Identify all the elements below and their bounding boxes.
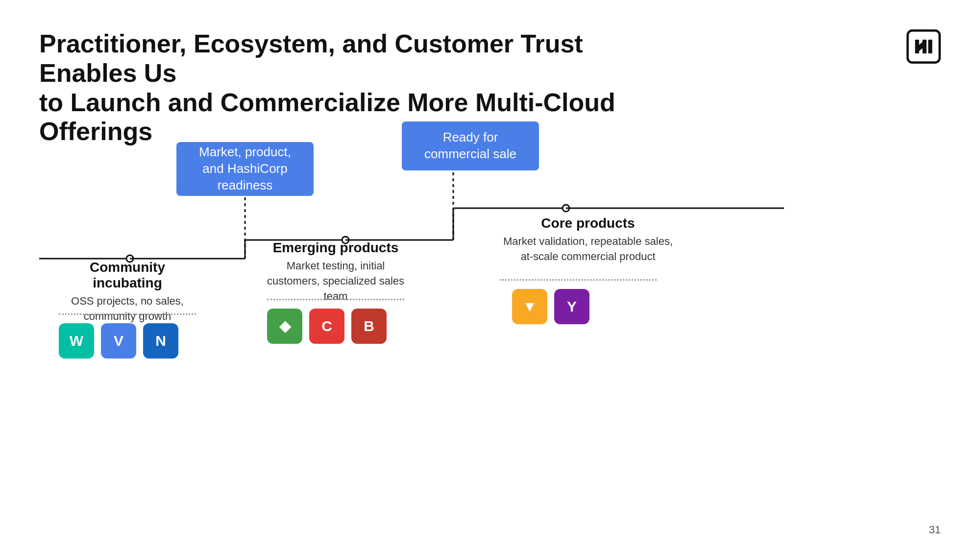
- boundary-icon: B: [364, 319, 374, 334]
- consul-icon: ◆: [279, 319, 291, 334]
- core-dotted-line: [500, 279, 657, 281]
- core-section: Core products Market validation, repeata…: [500, 216, 676, 264]
- waypoint-icon: W: [70, 334, 83, 348]
- community-icon-1: W: [59, 323, 94, 359]
- emerging-icon-2: C: [309, 309, 344, 344]
- community-title: Community incubating: [59, 260, 196, 291]
- terraform-icon: Y: [567, 299, 577, 314]
- market-box-text: Market, product, and HashiCorp readiness: [188, 144, 302, 193]
- core-icons: ▼ Y: [512, 289, 589, 324]
- community-desc: OSS projects, no sales, community growth: [59, 294, 196, 324]
- community-dotted-line: [59, 313, 196, 315]
- core-desc: Market validation, repeatable sales, at-…: [500, 234, 676, 264]
- emerging-icon-1: ◆: [267, 309, 302, 344]
- diagram: Market, product, and HashiCorp readiness…: [0, 108, 980, 500]
- svg-point-12: [563, 205, 569, 212]
- community-icon-2: V: [101, 323, 136, 359]
- hashicorp-logo: [906, 29, 941, 64]
- emerging-icons: ◆ C B: [267, 309, 387, 344]
- nomad-icon: N: [155, 334, 166, 348]
- ready-box-text: Ready for commercial sale: [414, 129, 527, 163]
- vault-icon: ▼: [522, 299, 537, 314]
- ready-for-sale-box: Ready for commercial sale: [402, 121, 539, 170]
- community-icon-3: N: [143, 323, 178, 359]
- emerging-title: Emerging products: [267, 240, 404, 256]
- cloud-icon: C: [321, 319, 332, 334]
- emerging-dotted-line: [267, 299, 404, 300]
- emerging-desc: Market testing, initial customers, speci…: [267, 259, 404, 304]
- community-icons: W V N: [59, 323, 178, 359]
- page: Practitioner, Ecosystem, and Customer Tr…: [0, 0, 980, 551]
- page-number: 31: [929, 524, 941, 536]
- core-title: Core products: [500, 216, 676, 231]
- core-icon-2: Y: [554, 289, 589, 324]
- vagrant-icon: V: [114, 334, 123, 348]
- title-line1: Practitioner, Ecosystem, and Customer Tr…: [39, 29, 583, 87]
- emerging-section: Emerging products Market testing, initia…: [267, 240, 404, 304]
- emerging-icon-3: B: [351, 309, 387, 344]
- market-readiness-box: Market, product, and HashiCorp readiness: [176, 142, 314, 196]
- core-icon-1: ▼: [512, 289, 547, 324]
